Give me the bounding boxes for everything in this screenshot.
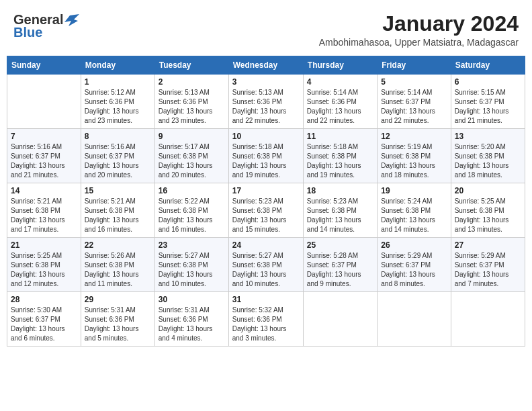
calendar-cell: 16Sunrise: 5:22 AM Sunset: 6:38 PM Dayli…	[154, 183, 228, 238]
day-number: 14	[11, 186, 77, 195]
weekday-header-wednesday: Wednesday	[228, 56, 303, 75]
calendar-week-row: 7Sunrise: 5:16 AM Sunset: 6:37 PM Daylig…	[7, 129, 525, 183]
calendar-cell: 4Sunrise: 5:14 AM Sunset: 6:36 PM Daylig…	[303, 75, 377, 129]
calendar-week-row: 21Sunrise: 5:25 AM Sunset: 6:38 PM Dayli…	[7, 238, 525, 292]
calendar-week-row: 14Sunrise: 5:21 AM Sunset: 6:38 PM Dayli…	[7, 183, 525, 238]
calendar-cell: 28Sunrise: 5:30 AM Sunset: 6:37 PM Dayli…	[7, 292, 81, 347]
calendar-cell: 13Sunrise: 5:20 AM Sunset: 6:38 PM Dayli…	[451, 129, 525, 183]
calendar-cell: 31Sunrise: 5:32 AM Sunset: 6:36 PM Dayli…	[228, 292, 303, 347]
day-info: Sunrise: 5:22 AM Sunset: 6:38 PM Dayligh…	[159, 197, 225, 234]
day-info: Sunrise: 5:29 AM Sunset: 6:37 PM Dayligh…	[455, 251, 521, 289]
day-number: 12	[381, 132, 447, 141]
day-number: 11	[307, 132, 373, 141]
weekday-header-tuesday: Tuesday	[154, 56, 228, 75]
calendar-cell: 2Sunrise: 5:13 AM Sunset: 6:36 PM Daylig…	[154, 75, 228, 129]
calendar-cell: 8Sunrise: 5:16 AM Sunset: 6:37 PM Daylig…	[81, 129, 154, 183]
day-number: 2	[159, 77, 225, 87]
day-number: 23	[159, 240, 225, 250]
day-number: 21	[11, 240, 77, 250]
day-number: 24	[232, 240, 300, 250]
day-number: 9	[159, 132, 225, 141]
calendar-cell: 5Sunrise: 5:14 AM Sunset: 6:37 PM Daylig…	[378, 75, 451, 129]
day-number: 8	[85, 132, 151, 141]
calendar-cell: 25Sunrise: 5:28 AM Sunset: 6:37 PM Dayli…	[303, 238, 377, 292]
calendar-cell: 29Sunrise: 5:31 AM Sunset: 6:36 PM Dayli…	[81, 292, 154, 347]
calendar-cell: 3Sunrise: 5:13 AM Sunset: 6:36 PM Daylig…	[228, 75, 303, 129]
day-info: Sunrise: 5:25 AM Sunset: 6:38 PM Dayligh…	[11, 251, 77, 289]
day-info: Sunrise: 5:17 AM Sunset: 6:38 PM Dayligh…	[159, 142, 225, 180]
day-info: Sunrise: 5:18 AM Sunset: 6:38 PM Dayligh…	[307, 142, 373, 180]
calendar-cell	[7, 75, 81, 129]
day-info: Sunrise: 5:29 AM Sunset: 6:37 PM Dayligh…	[381, 251, 447, 289]
day-info: Sunrise: 5:15 AM Sunset: 6:37 PM Dayligh…	[455, 88, 521, 126]
day-info: Sunrise: 5:24 AM Sunset: 6:38 PM Dayligh…	[381, 197, 447, 234]
calendar-cell: 9Sunrise: 5:17 AM Sunset: 6:38 PM Daylig…	[154, 129, 228, 183]
day-number: 16	[159, 186, 225, 195]
calendar-body: 1Sunrise: 5:12 AM Sunset: 6:36 PM Daylig…	[7, 75, 525, 347]
day-number: 27	[455, 240, 521, 250]
page-header: General Blue January 2024 Ambohimahasoa,…	[7, 7, 525, 50]
day-number: 17	[232, 186, 300, 195]
title-area: January 2024 Ambohimahasoa, Upper Matsia…	[319, 12, 519, 48]
calendar-cell: 7Sunrise: 5:16 AM Sunset: 6:37 PM Daylig…	[7, 129, 81, 183]
day-number: 26	[381, 240, 447, 250]
calendar-cell: 15Sunrise: 5:21 AM Sunset: 6:38 PM Dayli…	[81, 183, 154, 238]
calendar-cell: 6Sunrise: 5:15 AM Sunset: 6:37 PM Daylig…	[451, 75, 525, 129]
weekday-header-friday: Friday	[378, 56, 451, 75]
day-info: Sunrise: 5:27 AM Sunset: 6:38 PM Dayligh…	[159, 251, 225, 289]
day-number: 10	[232, 132, 300, 141]
calendar-cell: 19Sunrise: 5:24 AM Sunset: 6:38 PM Dayli…	[378, 183, 451, 238]
day-info: Sunrise: 5:30 AM Sunset: 6:37 PM Dayligh…	[11, 306, 77, 343]
day-info: Sunrise: 5:28 AM Sunset: 6:37 PM Dayligh…	[307, 251, 373, 289]
day-info: Sunrise: 5:31 AM Sunset: 6:36 PM Dayligh…	[85, 306, 151, 343]
day-number: 5	[381, 77, 447, 87]
day-info: Sunrise: 5:16 AM Sunset: 6:37 PM Dayligh…	[85, 142, 151, 180]
day-number: 29	[85, 295, 151, 304]
calendar-cell: 27Sunrise: 5:29 AM Sunset: 6:37 PM Dayli…	[451, 238, 525, 292]
calendar-cell	[303, 292, 377, 347]
day-info: Sunrise: 5:21 AM Sunset: 6:38 PM Dayligh…	[85, 197, 151, 234]
day-number: 19	[381, 186, 447, 195]
day-info: Sunrise: 5:19 AM Sunset: 6:38 PM Dayligh…	[381, 142, 447, 180]
calendar-cell: 23Sunrise: 5:27 AM Sunset: 6:38 PM Dayli…	[154, 238, 228, 292]
calendar-cell: 1Sunrise: 5:12 AM Sunset: 6:36 PM Daylig…	[81, 75, 154, 129]
day-number: 20	[455, 186, 521, 195]
weekday-header-monday: Monday	[81, 56, 154, 75]
day-info: Sunrise: 5:13 AM Sunset: 6:36 PM Dayligh…	[159, 88, 225, 126]
calendar-cell: 11Sunrise: 5:18 AM Sunset: 6:38 PM Dayli…	[303, 129, 377, 183]
calendar-cell	[378, 292, 451, 347]
day-info: Sunrise: 5:25 AM Sunset: 6:38 PM Dayligh…	[455, 197, 521, 234]
logo-blue-text: Blue	[13, 25, 42, 40]
weekday-header-sunday: Sunday	[7, 56, 81, 75]
weekday-header-saturday: Saturday	[451, 56, 525, 75]
day-number: 30	[159, 295, 225, 304]
weekday-header-thursday: Thursday	[303, 56, 377, 75]
day-info: Sunrise: 5:23 AM Sunset: 6:38 PM Dayligh…	[307, 197, 373, 234]
calendar-cell: 12Sunrise: 5:19 AM Sunset: 6:38 PM Dayli…	[378, 129, 451, 183]
calendar-cell: 21Sunrise: 5:25 AM Sunset: 6:38 PM Dayli…	[7, 238, 81, 292]
calendar-week-row: 28Sunrise: 5:30 AM Sunset: 6:37 PM Dayli…	[7, 292, 525, 347]
day-info: Sunrise: 5:14 AM Sunset: 6:37 PM Dayligh…	[381, 88, 447, 126]
day-info: Sunrise: 5:31 AM Sunset: 6:36 PM Dayligh…	[159, 306, 225, 343]
day-info: Sunrise: 5:26 AM Sunset: 6:38 PM Dayligh…	[85, 251, 151, 289]
day-info: Sunrise: 5:21 AM Sunset: 6:38 PM Dayligh…	[11, 197, 77, 234]
calendar-cell: 14Sunrise: 5:21 AM Sunset: 6:38 PM Dayli…	[7, 183, 81, 238]
svg-marker-0	[64, 14, 79, 26]
day-info: Sunrise: 5:14 AM Sunset: 6:36 PM Dayligh…	[307, 88, 373, 126]
day-number: 15	[85, 186, 151, 195]
day-number: 25	[307, 240, 373, 250]
day-number: 13	[455, 132, 521, 141]
day-number: 18	[307, 186, 373, 195]
day-number: 31	[232, 295, 300, 304]
calendar-cell: 30Sunrise: 5:31 AM Sunset: 6:36 PM Dayli…	[154, 292, 228, 347]
calendar-cell: 24Sunrise: 5:27 AM Sunset: 6:38 PM Dayli…	[228, 238, 303, 292]
calendar-cell	[451, 292, 525, 347]
calendar-cell: 17Sunrise: 5:23 AM Sunset: 6:38 PM Dayli…	[228, 183, 303, 238]
day-info: Sunrise: 5:32 AM Sunset: 6:36 PM Dayligh…	[232, 306, 300, 343]
day-info: Sunrise: 5:16 AM Sunset: 6:37 PM Dayligh…	[11, 142, 77, 180]
calendar-cell: 20Sunrise: 5:25 AM Sunset: 6:38 PM Dayli…	[451, 183, 525, 238]
logo-bird-icon	[64, 14, 79, 26]
month-year-title: January 2024	[319, 12, 519, 36]
day-number: 3	[232, 77, 300, 87]
day-info: Sunrise: 5:12 AM Sunset: 6:36 PM Dayligh…	[85, 88, 151, 126]
